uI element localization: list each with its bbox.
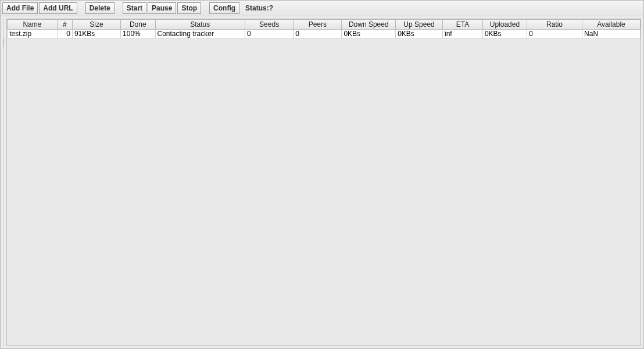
cell-up-speed: 0KBs	[396, 30, 443, 38]
col-header-eta[interactable]: ETA	[442, 20, 482, 30]
start-button[interactable]: Start	[123, 2, 146, 14]
col-header-status[interactable]: Status	[155, 20, 245, 30]
pause-button[interactable]: Pause	[148, 2, 176, 14]
table-row[interactable]: test.zip 0 91KBs 100% Contacting tracker…	[8, 30, 641, 38]
torrent-table: Name # Size Done Status Seeds Peers Down…	[7, 19, 641, 38]
cell-uploaded: 0KBs	[482, 30, 527, 38]
config-button[interactable]: Config	[209, 2, 239, 14]
sidebar-item-seeding[interactable]: Seeding (1)	[3, 38, 4, 47]
cell-size: 91KBs	[72, 30, 120, 38]
col-header-name[interactable]: Name	[8, 20, 58, 30]
main-panel: Name # Size Done Status Seeds Peers Down…	[6, 19, 641, 346]
col-header-size[interactable]: Size	[72, 20, 120, 30]
col-header-ratio[interactable]: Ratio	[527, 20, 582, 30]
cell-eta: inf	[442, 30, 482, 38]
stop-button[interactable]: Stop	[177, 2, 201, 14]
col-header-uploaded[interactable]: Uploaded	[482, 20, 527, 30]
cell-seeds: 0	[245, 30, 294, 38]
add-url-button[interactable]: Add URL	[39, 2, 77, 14]
sidebar: All (1) Downloading (0) Seeding (1)	[3, 19, 4, 346]
col-header-peers[interactable]: Peers	[294, 20, 342, 30]
delete-button[interactable]: Delete	[85, 2, 115, 14]
cell-done: 100%	[121, 30, 155, 38]
toolbar: Add File Add URL Delete Start Pause Stop…	[1, 1, 643, 16]
cell-available: NaN	[582, 30, 641, 38]
col-header-available[interactable]: Available	[582, 20, 641, 30]
cell-peers: 0	[294, 30, 342, 38]
sidebar-item-downloading[interactable]: Downloading (0)	[3, 29, 4, 38]
cell-ratio: 0	[527, 30, 582, 38]
col-header-index[interactable]: #	[57, 20, 72, 30]
status-label: Status:?	[245, 4, 273, 12]
add-file-button[interactable]: Add File	[2, 2, 38, 14]
sidebar-item-all[interactable]: All (1)	[3, 19, 4, 29]
cell-status: Contacting tracker	[155, 30, 245, 38]
cell-index: 0	[57, 30, 72, 38]
content-area: All (1) Downloading (0) Seeding (1) Name…	[1, 16, 643, 348]
app-window: Add File Add URL Delete Start Pause Stop…	[0, 0, 644, 349]
col-header-seeds[interactable]: Seeds	[245, 20, 294, 30]
table-header-row: Name # Size Done Status Seeds Peers Down…	[8, 20, 641, 30]
col-header-done[interactable]: Done	[121, 20, 155, 30]
col-header-down-speed[interactable]: Down Speed	[342, 20, 396, 30]
cell-down-speed: 0KBs	[342, 30, 396, 38]
cell-name: test.zip	[8, 30, 58, 38]
col-header-up-speed[interactable]: Up Speed	[396, 20, 443, 30]
